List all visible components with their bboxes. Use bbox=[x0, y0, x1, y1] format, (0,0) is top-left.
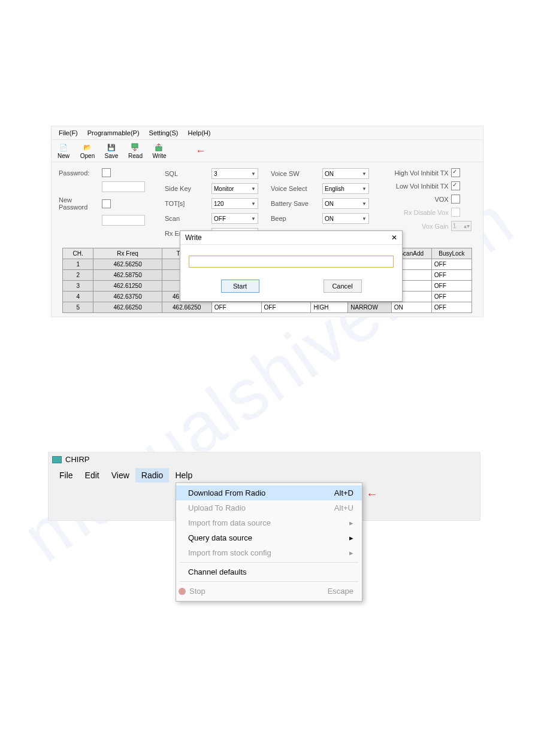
password-input[interactable] bbox=[102, 181, 145, 192]
low-vol-checkbox[interactable] bbox=[451, 181, 460, 190]
side-key-label: Side Key bbox=[165, 185, 211, 192]
cancel-button[interactable]: Cancel bbox=[324, 280, 362, 293]
progress-bar bbox=[189, 256, 394, 268]
menu-shortcut: Escape bbox=[328, 587, 353, 596]
rx-disable-vox-label: Rx Disable Vox bbox=[383, 209, 449, 216]
menu-item-import-from-data-source: Import from data source▸ bbox=[176, 515, 362, 530]
col-busylock: BusyLock bbox=[431, 248, 471, 259]
annotation-arrow-icon: ← bbox=[366, 487, 378, 501]
vox-label: VOX bbox=[383, 196, 449, 203]
toolbar: 📄New 📂Open 💾Save Read Write ← bbox=[52, 140, 483, 162]
menu-edit[interactable]: Edit bbox=[79, 468, 105, 482]
toolbar-save[interactable]: 💾Save bbox=[99, 141, 123, 160]
menu-item-label: Channel defaults bbox=[188, 567, 247, 576]
menu-item-stop: StopEscape bbox=[176, 584, 362, 599]
toolbar-new[interactable]: 📄New bbox=[52, 141, 75, 160]
svg-rect-0 bbox=[132, 144, 138, 148]
start-button[interactable]: Start bbox=[221, 280, 259, 293]
new-password-label: New Password bbox=[59, 196, 102, 211]
toolbar-write[interactable]: Write bbox=[147, 141, 171, 160]
menu-item-label: Upload To Radio bbox=[188, 503, 246, 512]
battery-save-select[interactable]: ON▼ bbox=[322, 198, 369, 209]
col-ch: CH. bbox=[63, 248, 93, 259]
scan-select[interactable]: OFF▼ bbox=[211, 213, 258, 224]
app-title: CHIRP bbox=[65, 455, 89, 464]
menu-item-label: Stop bbox=[189, 587, 205, 596]
toolbar-read[interactable]: Read bbox=[123, 141, 147, 160]
menu-setting[interactable]: Setting(S) bbox=[144, 127, 183, 138]
cell-txfreq: 462.66250 bbox=[162, 302, 211, 313]
new-icon: 📄 bbox=[59, 142, 68, 152]
battery-save-label: Battery Save bbox=[271, 200, 322, 207]
svg-rect-1 bbox=[156, 147, 162, 151]
cell-rxfreq: 462.56250 bbox=[93, 259, 162, 270]
close-icon[interactable]: ✕ bbox=[391, 233, 397, 242]
sql-select[interactable]: 3▼ bbox=[211, 168, 258, 179]
cell-ch: 1 bbox=[63, 259, 93, 270]
cell-ch: 2 bbox=[63, 270, 93, 281]
menu-separator bbox=[180, 562, 358, 563]
side-key-select[interactable]: Monitor▼ bbox=[211, 183, 258, 194]
high-vol-checkbox[interactable] bbox=[451, 168, 460, 177]
beep-select[interactable]: ON▼ bbox=[322, 213, 369, 224]
cell-busylock: OFF bbox=[431, 281, 471, 292]
scan-label: Scan bbox=[165, 215, 211, 222]
cell-rxfreq: 462.63750 bbox=[93, 292, 162, 302]
sql-label: SQL bbox=[165, 170, 211, 177]
submenu-arrow-icon: ▸ bbox=[349, 548, 353, 557]
cell-busylock: OFF bbox=[431, 292, 471, 302]
rx-disable-vox-checkbox bbox=[451, 208, 460, 217]
menubar: File(F) Programmable(P) Setting(S) Help(… bbox=[52, 126, 483, 140]
new-password-input[interactable] bbox=[102, 215, 145, 226]
voice-sw-label: Voice SW bbox=[271, 170, 322, 177]
menu-shortcut: Alt+D bbox=[334, 488, 353, 497]
open-icon: 📂 bbox=[83, 142, 92, 152]
new-password-checkbox[interactable] bbox=[102, 199, 111, 208]
save-icon: 💾 bbox=[107, 142, 116, 152]
menu-item-channel-defaults[interactable]: Channel defaults bbox=[176, 564, 362, 579]
cell-c5: HIGH bbox=[311, 302, 348, 313]
stop-icon bbox=[179, 588, 186, 595]
menu-item-label: Query data source bbox=[188, 533, 252, 542]
menu-help[interactable]: Help bbox=[169, 468, 198, 482]
toolbar-open[interactable]: 📂Open bbox=[75, 141, 99, 160]
cell-rxfreq: 462.58750 bbox=[93, 270, 162, 281]
radio-programmer-window: File(F) Programmable(P) Setting(S) Help(… bbox=[51, 126, 483, 317]
menu-item-download-from-radio[interactable]: Download From RadioAlt+D bbox=[176, 485, 362, 500]
menu-view[interactable]: View bbox=[105, 468, 135, 482]
cell-c3: OFF bbox=[211, 302, 261, 313]
read-icon bbox=[131, 142, 140, 152]
voice-sw-select[interactable]: ON▼ bbox=[322, 168, 369, 179]
submenu-arrow-icon: ▸ bbox=[349, 533, 353, 542]
password-checkbox[interactable] bbox=[102, 168, 111, 177]
cell-busylock: OFF bbox=[431, 259, 471, 270]
menu-file[interactable]: File(F) bbox=[54, 127, 83, 138]
tot-select[interactable]: 120▼ bbox=[211, 198, 258, 209]
cell-ch: 4 bbox=[63, 292, 93, 302]
chirp-window: CHIRP File Edit View Radio Help Download… bbox=[48, 452, 480, 521]
table-row[interactable]: 5462.66250462.66250OFFOFFHIGHNARROWONOFF bbox=[63, 302, 472, 313]
write-dialog: Write ✕ Start Cancel bbox=[180, 230, 403, 302]
menu-help[interactable]: Help(H) bbox=[183, 127, 216, 138]
menu-radio[interactable]: Radio bbox=[135, 468, 170, 482]
menu-item-query-data-source[interactable]: Query data source▸ bbox=[176, 530, 362, 545]
menu-programmable[interactable]: Programmable(P) bbox=[83, 127, 144, 138]
menu-item-import-from-stock-config: Import from stock config▸ bbox=[176, 545, 362, 560]
vox-gain-stepper: 1▴▾ bbox=[451, 221, 471, 231]
chirp-titlebar: CHIRP bbox=[49, 453, 480, 466]
low-vol-label: Low Vol Inhibit TX bbox=[383, 183, 449, 190]
cell-bw: NARROW bbox=[348, 302, 391, 313]
vox-checkbox[interactable] bbox=[451, 195, 460, 204]
tot-label: TOT[s] bbox=[165, 200, 211, 207]
vox-gain-label: Vox Gain bbox=[383, 223, 449, 230]
annotation-arrow-icon: ← bbox=[195, 145, 206, 157]
submenu-arrow-icon: ▸ bbox=[349, 518, 353, 527]
dialog-title: Write bbox=[185, 233, 202, 242]
voice-select-select[interactable]: English▼ bbox=[322, 183, 369, 194]
menu-file[interactable]: File bbox=[53, 468, 79, 482]
menu-shortcut: Alt+U bbox=[334, 503, 353, 512]
chirp-app-icon bbox=[52, 456, 62, 463]
cell-c4: OFF bbox=[261, 302, 311, 313]
cell-ch: 5 bbox=[63, 302, 93, 313]
cell-rxfreq: 462.61250 bbox=[93, 281, 162, 292]
